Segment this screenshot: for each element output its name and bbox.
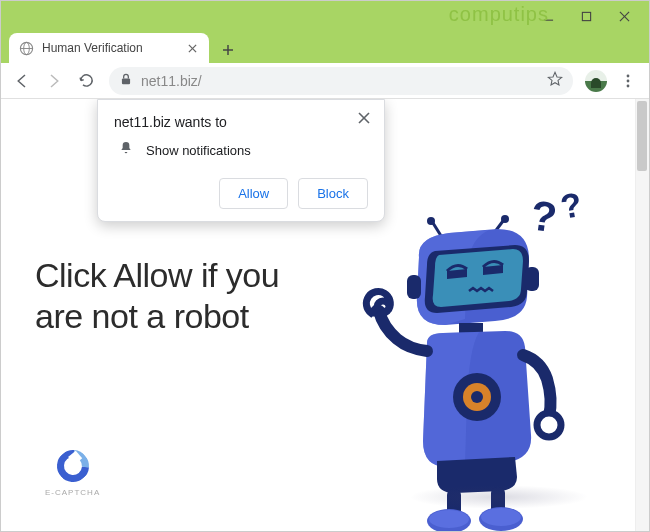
popup-title: net11.biz wants to [114,114,368,130]
watermark-text: computips [449,3,549,26]
block-button[interactable]: Block [298,178,368,209]
browser-toolbar: net11.biz/ [1,63,649,99]
svg-point-13 [627,79,630,82]
captcha-badge: E-CAPTCHA [45,450,100,497]
robot-shadow [409,485,589,509]
globe-icon [19,41,34,56]
url-text: net11.biz/ [141,73,539,89]
back-button[interactable] [7,66,37,96]
window-title-bar: computips [1,1,649,31]
svg-point-12 [627,74,630,77]
reload-button[interactable] [71,66,101,96]
robot-illustration: ? ? [319,179,619,531]
bell-icon [118,140,134,160]
notification-permission-popup: net11.biz wants to Show notifications Al… [97,99,385,222]
popup-permission-label: Show notifications [146,143,251,158]
page-content: net11.biz wants to Show notifications Al… [1,99,649,531]
window-maximize-button[interactable] [567,4,605,28]
svg-point-20 [427,217,435,225]
captcha-logo-icon [50,443,95,488]
profile-avatar[interactable] [585,70,607,92]
tab-close-button[interactable] [185,41,199,55]
page-headline: Click Allow if you are not a robot [35,255,315,338]
scrollbar-thumb[interactable] [637,101,647,171]
captcha-badge-label: E-CAPTCHA [45,488,100,497]
allow-button[interactable]: Allow [219,178,288,209]
browser-menu-button[interactable] [613,66,643,96]
scrollbar-track[interactable] [635,99,649,531]
tab-title: Human Verification [42,41,177,55]
svg-point-22 [501,215,509,223]
window-close-button[interactable] [605,4,643,28]
svg-point-14 [627,84,630,87]
tab-strip: Human Verification [1,31,649,63]
address-bar[interactable]: net11.biz/ [109,67,573,95]
popup-close-button[interactable] [358,110,374,126]
new-tab-button[interactable] [215,37,241,63]
svg-point-28 [471,391,483,403]
forward-button[interactable] [39,66,69,96]
bookmark-star-icon[interactable] [547,71,563,91]
svg-text:?: ? [528,191,560,241]
popup-permission-row: Show notifications [114,140,368,160]
svg-rect-11 [122,78,130,84]
svg-rect-23 [407,275,421,299]
svg-point-35 [481,508,521,526]
svg-point-29 [537,413,561,437]
lock-icon [119,72,133,90]
svg-rect-1 [582,12,590,20]
svg-point-33 [429,510,469,528]
browser-tab[interactable]: Human Verification [9,33,209,63]
svg-rect-24 [525,267,539,291]
svg-text:?: ? [558,185,585,226]
